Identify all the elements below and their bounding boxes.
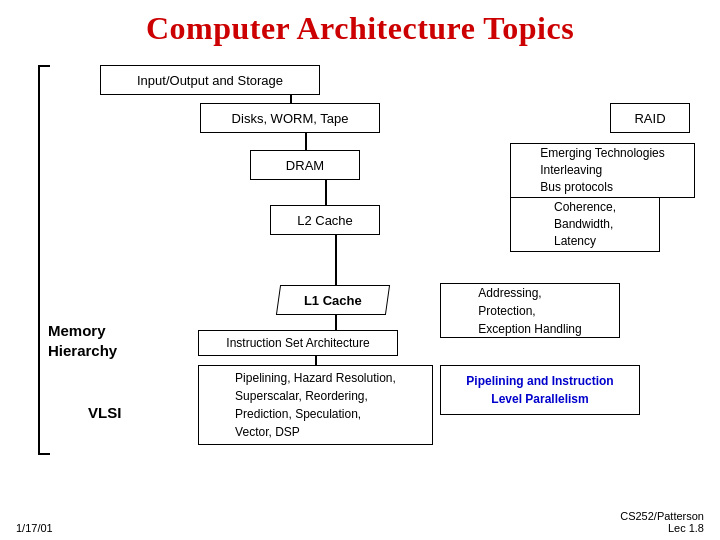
page-title: Computer Architecture Topics: [20, 10, 700, 47]
disks-box: Disks, WORM, Tape: [200, 103, 380, 133]
memory-hierarchy-label: MemoryHierarchy: [48, 321, 148, 360]
diagram: MemoryHierarchy VLSI Input/Output and St…: [20, 65, 700, 505]
left-bracket-line: [38, 65, 40, 455]
l1cache-box: L1 Cache: [276, 285, 390, 315]
raid-box: RAID: [610, 103, 690, 133]
bracket-top: [38, 65, 50, 67]
line-io-disks: [290, 95, 292, 103]
line-disks-dram: [305, 133, 307, 150]
pipelining-right-box: Pipelining and InstructionLevel Parallel…: [440, 365, 640, 415]
coherence-box: Coherence,Bandwidth,Latency: [510, 197, 660, 252]
vlsi-label: VLSI: [88, 403, 148, 423]
line-l1-isa: [335, 315, 337, 330]
io-storage-box: Input/Output and Storage: [100, 65, 320, 95]
date-label: 1/17/01: [16, 522, 53, 534]
bracket-bottom: [38, 453, 50, 455]
l2cache-box: L2 Cache: [270, 205, 380, 235]
dram-box: DRAM: [250, 150, 360, 180]
page: Computer Architecture Topics MemoryHiera…: [0, 0, 720, 540]
line-isa-pipe: [315, 356, 317, 365]
line-l2-l1: [335, 235, 337, 285]
pipelining-left-box: Pipelining, Hazard Resolution,Superscala…: [198, 365, 433, 445]
addressing-box: Addressing,Protection,Exception Handling: [440, 283, 620, 338]
line-dram-l2: [325, 180, 327, 205]
emerging-box: Emerging TechnologiesInterleavingBus pro…: [510, 143, 695, 198]
footer-course: CS252/Patterson Lec 1.8: [620, 510, 704, 534]
isa-box: Instruction Set Architecture: [198, 330, 398, 356]
